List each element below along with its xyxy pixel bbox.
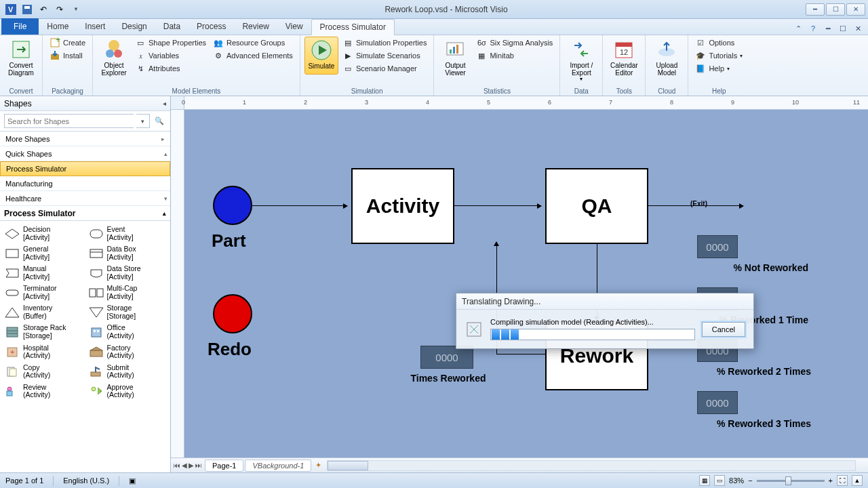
- variables-button[interactable]: 𝑥Variables: [132, 49, 209, 62]
- zoom-slider[interactable]: [757, 480, 825, 482]
- tutorials-button[interactable]: 🎓Tutorials ▾: [692, 49, 745, 62]
- minimize-ribbon-icon[interactable]: ⌃: [792, 22, 804, 35]
- shape-master[interactable]: Submit (Activity): [85, 362, 170, 382]
- view-normal-icon[interactable]: ▦: [699, 475, 710, 486]
- tab-home[interactable]: Home: [39, 18, 77, 35]
- nav-first-icon[interactable]: ⏮: [174, 462, 180, 469]
- attributes-button[interactable]: ↯Attributes: [132, 62, 209, 75]
- close-button[interactable]: ✕: [846, 3, 865, 16]
- maximize-button[interactable]: ☐: [826, 3, 845, 16]
- shape-master[interactable]: Approve (Activity): [85, 382, 170, 401]
- simulate-button[interactable]: Simulate: [304, 37, 338, 75]
- tab-review[interactable]: Review: [234, 18, 277, 35]
- doc-restore-icon[interactable]: ☐: [837, 22, 849, 35]
- fit-page-icon[interactable]: ⛶: [837, 475, 848, 486]
- qa-box[interactable]: QA: [545, 168, 648, 244]
- output-viewer-button[interactable]: Output Viewer: [438, 37, 472, 78]
- resource-groups-button[interactable]: 👥Resource Groups: [210, 37, 296, 49]
- healthcare-stencil[interactable]: Healthcare▾: [0, 191, 170, 206]
- options-button[interactable]: ☑Options: [692, 37, 745, 49]
- page-tab-1[interactable]: Page-1: [205, 460, 243, 472]
- reworked-3-value[interactable]: 0000: [697, 391, 738, 414]
- help-icon[interactable]: ?: [807, 22, 819, 35]
- shape-master[interactable]: Multi-Cap [Activity]: [85, 283, 170, 302]
- calendar-editor-button[interactable]: 12 Calendar Editor: [607, 37, 641, 78]
- simulate-scenarios-button[interactable]: ▶Simulate Scenarios: [340, 49, 430, 62]
- doc-close-icon[interactable]: ✕: [852, 22, 864, 35]
- create-button[interactable]: +Create: [47, 37, 88, 49]
- search-input[interactable]: [4, 114, 134, 128]
- quick-shapes-item[interactable]: Quick Shapes▴: [0, 146, 170, 161]
- canvas[interactable]: Part Redo Activity QA Rework (Exit) 0000…: [184, 110, 856, 458]
- shape-master[interactable]: Storage Rack [Storage]: [1, 322, 85, 342]
- undo-icon[interactable]: ↶: [37, 3, 50, 16]
- shape-master[interactable]: Office (Activity): [85, 322, 170, 342]
- view-full-icon[interactable]: ▭: [714, 475, 725, 486]
- process-simulator-stencil[interactable]: Process Simulator: [0, 161, 170, 176]
- tab-file[interactable]: File: [1, 18, 39, 35]
- shape-master[interactable]: Copy (Activity): [1, 362, 85, 382]
- object-explorer-button[interactable]: Object Explorer: [97, 37, 131, 78]
- horizontal-scrollbar[interactable]: [327, 460, 856, 471]
- minimize-button[interactable]: ━: [806, 3, 825, 16]
- zoom-in-icon[interactable]: +: [829, 476, 833, 485]
- app-icon[interactable]: V: [4, 3, 18, 16]
- activity-box[interactable]: Activity: [351, 168, 454, 244]
- scenario-manager-button[interactable]: ▭Scenario Manager: [340, 62, 430, 75]
- nav-last-icon[interactable]: ⏭: [195, 462, 202, 469]
- shape-properties-button[interactable]: ▭Shape Properties: [132, 37, 209, 49]
- zoom-out-icon[interactable]: −: [748, 476, 752, 485]
- shape-master[interactable]: Data Box [Activity]: [85, 243, 170, 263]
- tab-view[interactable]: View: [277, 18, 311, 35]
- insert-page-icon[interactable]: ✦: [315, 461, 321, 470]
- manufacturing-stencil[interactable]: Manufacturing: [0, 176, 170, 191]
- shape-master[interactable]: Inventory (Buffer): [1, 302, 85, 322]
- qat-dropdown-icon[interactable]: ▼: [69, 3, 83, 16]
- tab-process[interactable]: Process: [189, 18, 234, 35]
- shape-master[interactable]: General [Activity]: [1, 243, 85, 263]
- shape-master[interactable]: +Hospital (Activity): [1, 342, 85, 362]
- convert-diagram-button[interactable]: Convert Diagram: [4, 37, 38, 78]
- redo-icon[interactable]: ↷: [53, 3, 66, 16]
- tab-design[interactable]: Design: [113, 18, 155, 35]
- import-export-button[interactable]: Import / Export▾: [564, 37, 598, 84]
- help-button[interactable]: 📘Help ▾: [692, 62, 745, 75]
- redo-entity[interactable]: [213, 294, 252, 333]
- tab-data[interactable]: Data: [155, 18, 189, 35]
- minitab-button[interactable]: ▦Minitab: [473, 49, 555, 62]
- shapes-collapse-icon[interactable]: ◂: [163, 100, 166, 107]
- six-sigma-button[interactable]: 6σSix Sigma Analysis: [473, 37, 555, 49]
- advanced-elements-button[interactable]: ⚙Advanced Elements: [210, 49, 296, 62]
- tab-insert[interactable]: Insert: [77, 18, 113, 35]
- zoom-knob[interactable]: [785, 476, 791, 485]
- scroll-thumb[interactable]: [328, 461, 368, 470]
- record-macro-icon[interactable]: ▣: [129, 476, 136, 485]
- search-dropdown-icon[interactable]: ▾: [136, 114, 150, 128]
- shape-master[interactable]: Data Store [Activity]: [85, 263, 170, 283]
- doc-min-icon[interactable]: ━: [822, 22, 834, 35]
- install-button[interactable]: Install: [47, 49, 88, 62]
- page-tab-bg[interactable]: VBackground-1: [245, 460, 311, 472]
- shape-master[interactable]: Review (Activity): [1, 382, 85, 401]
- shape-master[interactable]: Factory (Activity): [85, 342, 170, 362]
- shape-master[interactable]: Storage [Storage]: [85, 302, 170, 322]
- tab-process-simulator[interactable]: Process Simulator: [311, 19, 395, 35]
- nav-next-icon[interactable]: ▶: [189, 462, 194, 469]
- search-go-icon[interactable]: 🔍: [153, 114, 166, 128]
- cancel-button[interactable]: Cancel: [702, 322, 745, 337]
- nav-prev-icon[interactable]: ◀: [182, 462, 187, 469]
- not-reworked-value[interactable]: 0000: [697, 235, 738, 258]
- shape-master[interactable]: Decision [Activity]: [1, 224, 85, 243]
- shape-master[interactable]: Event [Activity]: [85, 224, 170, 243]
- simulation-properties-button[interactable]: ▤Simulation Properties: [340, 37, 430, 49]
- zoom-percent[interactable]: 83%: [729, 476, 744, 485]
- more-shapes-item[interactable]: More Shapes▸: [0, 131, 170, 146]
- part-entity[interactable]: [213, 186, 252, 225]
- times-reworked-value[interactable]: 0000: [420, 346, 473, 369]
- shape-master[interactable]: Manual [Activity]: [1, 263, 85, 283]
- scroll-up-icon[interactable]: ▴: [163, 210, 166, 217]
- switch-windows-icon[interactable]: ▲: [852, 475, 863, 486]
- upload-model-button[interactable]: Upload Model: [650, 37, 684, 78]
- shape-master[interactable]: Terminator [Activity]: [1, 283, 85, 302]
- save-icon[interactable]: [20, 3, 34, 16]
